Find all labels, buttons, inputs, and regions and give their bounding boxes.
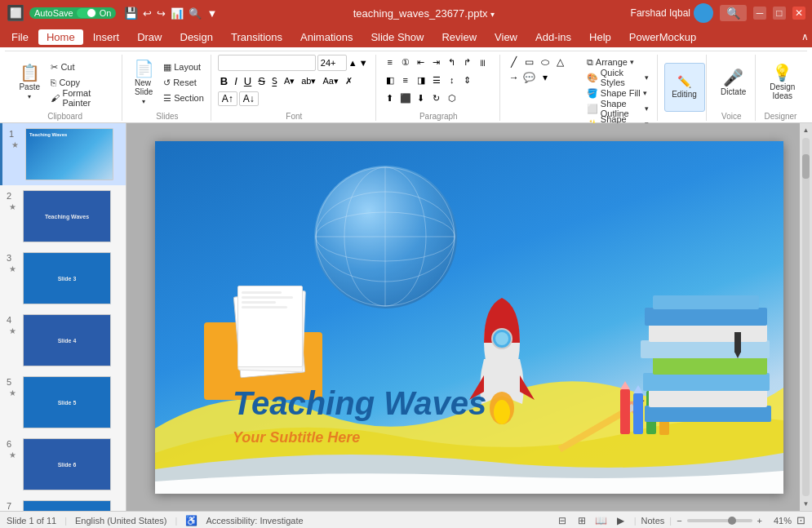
new-slide-button[interactable]: 📄 New Slide ▾	[129, 58, 158, 107]
slide-thumb-4[interactable]: 4 ★ Slide 4	[0, 309, 126, 371]
slide-thumb-5[interactable]: 5 ★ Slide 5	[0, 371, 126, 433]
minimize-button[interactable]: ─	[753, 7, 766, 20]
shape-line[interactable]: ╱	[507, 55, 521, 69]
zoom-slider[interactable]	[687, 519, 752, 522]
font-size-input[interactable]	[317, 55, 347, 71]
menu-home[interactable]: Home	[38, 29, 83, 45]
valign-top-button[interactable]: ⬆	[383, 91, 397, 105]
slide-subtitle[interactable]: Your Subtitle Here	[233, 429, 360, 446]
columns-button[interactable]: ⫼	[476, 55, 490, 69]
zoom-out-button[interactable]: −	[677, 516, 681, 526]
autosave-toggle[interactable]	[77, 8, 96, 18]
scroll-thumb[interactable]	[802, 154, 810, 179]
menu-help[interactable]: Help	[581, 29, 619, 45]
slide-thumb-6[interactable]: 6 ★ Slide 6	[0, 433, 126, 495]
increase-indent-button[interactable]: ⇥	[429, 55, 444, 69]
more-tools-icon[interactable]: ▼	[206, 7, 217, 20]
valign-mid-button[interactable]: ⬛	[398, 91, 413, 105]
maximize-button[interactable]: □	[773, 7, 786, 20]
new-slide-arrow[interactable]: ▾	[142, 98, 145, 105]
notes-button[interactable]: Notes	[641, 516, 665, 526]
menu-file[interactable]: File	[3, 29, 37, 45]
shape-oval[interactable]: ⬭	[538, 55, 552, 69]
shadow-button[interactable]: S̲	[269, 75, 280, 87]
menu-slideshow[interactable]: Slide Show	[362, 29, 432, 45]
scroll-down-button[interactable]: ▼	[801, 499, 811, 509]
section-button[interactable]: ☰Section	[160, 91, 207, 105]
shape-arrow[interactable]: →	[507, 70, 521, 85]
shapes-more[interactable]: ▾	[538, 70, 552, 85]
clear-format-button[interactable]: ✗	[343, 75, 355, 87]
normal-view-button[interactable]: ⊟	[554, 514, 570, 527]
underline-button[interactable]: U	[242, 74, 254, 88]
para-spacing-button[interactable]: ⇕	[460, 73, 475, 87]
zoom-thumb[interactable]	[728, 517, 736, 525]
ribbon-collapse-icon[interactable]: ∧	[801, 31, 809, 42]
menu-addins[interactable]: Add-ins	[527, 29, 579, 45]
smartart-button[interactable]: ⬡	[445, 91, 459, 105]
search-bar-icon[interactable]: 🔍	[720, 5, 747, 21]
save-icon[interactable]: 💾	[124, 7, 138, 20]
search-icon[interactable]: 🔍	[189, 7, 202, 20]
slide-canvas[interactable]: Teaching Waves Your Subtitle Here	[155, 141, 783, 494]
align-center-button[interactable]: ≡	[398, 73, 413, 87]
font-color-button[interactable]: A▾	[282, 75, 297, 87]
shape-callout[interactable]: 💬	[522, 70, 537, 85]
menu-transitions[interactable]: Transitions	[223, 29, 291, 45]
quick-styles-button[interactable]: 🎨 Quick Styles▾	[583, 70, 652, 85]
menu-draw[interactable]: Draw	[129, 29, 170, 45]
zoom-level[interactable]: 41%	[767, 516, 792, 526]
text-direction-button[interactable]: ↻	[429, 91, 444, 105]
dropdown-arrow[interactable]: ▾	[490, 10, 495, 19]
bold-button[interactable]: B	[218, 74, 230, 88]
line-spacing-button[interactable]: ↕	[445, 73, 459, 87]
menu-design[interactable]: Design	[172, 29, 221, 45]
autosave-badge[interactable]: AutoSave On	[29, 7, 116, 19]
font-size-down-icon[interactable]: ▼	[359, 58, 368, 68]
redo-icon[interactable]: ↪	[157, 7, 166, 20]
scroll-up-button[interactable]: ▲	[801, 125, 811, 135]
dictate-button[interactable]: 🎤 Dictate	[713, 58, 754, 107]
increase-font-button[interactable]: A↑	[218, 91, 237, 106]
decrease-font-button[interactable]: A↓	[239, 91, 259, 106]
paste-button[interactable]: 📋 Paste ▾	[13, 58, 46, 107]
ltr-button[interactable]: ↱	[460, 55, 475, 69]
change-case-button[interactable]: Aa▾	[320, 75, 340, 87]
menu-insert[interactable]: Insert	[85, 29, 128, 45]
presenter-view-button[interactable]: ▶	[613, 514, 629, 527]
menu-review[interactable]: Review	[433, 29, 485, 45]
paste-arrow[interactable]: ▾	[28, 93, 31, 100]
menu-powermockup[interactable]: PowerMockup	[621, 29, 704, 45]
font-highlight-button[interactable]: ab▾	[299, 75, 318, 87]
bullets-button[interactable]: ≡	[383, 55, 397, 69]
format-painter-button[interactable]: 🖌Format Painter	[47, 91, 117, 105]
slide-thumb-7[interactable]: 7 ★ Slide 7	[0, 495, 126, 511]
valign-bottom-button[interactable]: ⬇	[414, 91, 428, 105]
decrease-indent-button[interactable]: ⇤	[414, 55, 428, 69]
design-ideas-button[interactable]: 💡 Design Ideas	[762, 58, 803, 107]
font-name-input[interactable]	[218, 55, 316, 71]
editing-button[interactable]: ✏️ Editing	[664, 63, 705, 112]
layout-button[interactable]: ▦Layout	[160, 60, 207, 74]
slide-sorter-button[interactable]: ⊞	[574, 514, 590, 527]
reset-button[interactable]: ↺Reset	[160, 75, 207, 90]
slide-thumb-1[interactable]: 1 ★ Teaching Waves	[0, 123, 126, 185]
numbering-button[interactable]: ①	[398, 55, 413, 69]
undo-icon[interactable]: ↩	[143, 7, 152, 20]
shape-triangle[interactable]: △	[553, 55, 568, 69]
zoom-in-button[interactable]: +	[757, 516, 762, 526]
menu-view[interactable]: View	[486, 29, 526, 45]
font-size-up-icon[interactable]: ▲	[348, 58, 357, 68]
italic-button[interactable]: I	[232, 74, 240, 88]
strikethrough-button[interactable]: S	[255, 74, 268, 88]
accessibility-info[interactable]: Accessibility: Investigate	[206, 516, 303, 526]
cut-button[interactable]: ✂Cut	[47, 60, 117, 74]
align-right-button[interactable]: ◨	[414, 73, 428, 87]
slide-thumb-3[interactable]: 3 ★ Slide 3	[0, 247, 126, 309]
fit-slide-button[interactable]: ⊡	[796, 514, 805, 526]
slide-thumb-2[interactable]: 2 ★ Teaching Waves	[0, 185, 126, 247]
shape-rect[interactable]: ▭	[522, 55, 537, 69]
justify-button[interactable]: ☰	[429, 73, 444, 87]
close-button[interactable]: ✕	[792, 7, 805, 20]
align-left-button[interactable]: ◧	[383, 73, 397, 87]
